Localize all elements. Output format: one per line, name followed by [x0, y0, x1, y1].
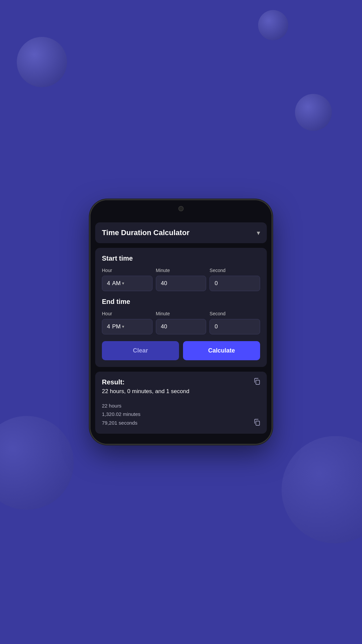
end-minute-input-box[interactable]: [156, 319, 206, 334]
start-hour-value: 4: [107, 280, 110, 287]
start-minute-input[interactable]: [161, 280, 201, 287]
start-second-label: Second: [209, 268, 260, 273]
result-label: Result:: [102, 378, 260, 386]
end-second-input-box[interactable]: [209, 319, 260, 334]
end-ampm-select-wrapper[interactable]: AM PM ▾: [112, 323, 124, 330]
copy-result-icon[interactable]: [253, 378, 261, 387]
end-hour-input-box[interactable]: 4 AM PM ▾: [102, 319, 153, 334]
start-second-field: Second: [209, 268, 260, 291]
start-ampm-chevron-icon: ▾: [122, 281, 124, 286]
calculate-button[interactable]: Calculate: [183, 341, 260, 360]
end-second-label: Second: [209, 311, 260, 316]
start-hour-label: Hour: [102, 268, 153, 273]
result-details: 22 hours 1,320.02 minutes 79,201 seconds: [102, 401, 260, 427]
end-second-field: Second: [209, 311, 260, 334]
chevron-down-icon: ▾: [257, 229, 260, 237]
phone-top-bar: [90, 200, 272, 217]
end-time-section: End time Hour 4 AM PM ▾: [102, 298, 260, 334]
phone-content: Time Duration Calculator ▾ Start time Ho…: [90, 217, 272, 444]
start-ampm-select-wrapper[interactable]: AM PM ▾: [112, 280, 124, 286]
start-minute-input-box[interactable]: [156, 276, 206, 291]
end-ampm-chevron-icon: ▾: [122, 324, 124, 329]
copy-svg-bottom: [253, 419, 261, 426]
start-hour-field: Hour 4 AM PM ▾: [102, 268, 153, 291]
start-minute-label: Minute: [156, 268, 206, 273]
clear-button[interactable]: Clear: [102, 341, 179, 360]
copy-svg-top: [253, 378, 261, 385]
bg-sphere-5: [282, 436, 362, 543]
app-title: Time Duration Calculator: [102, 228, 189, 237]
start-time-label: Start time: [102, 255, 260, 262]
end-second-input[interactable]: [215, 323, 255, 330]
start-minute-field: Minute: [156, 268, 206, 291]
bg-sphere-4: [0, 416, 74, 510]
result-hours: 22 hours: [102, 401, 260, 410]
svg-rect-0: [256, 380, 259, 384]
end-time-label: End time: [102, 298, 260, 306]
result-minutes: 1,320.02 minutes: [102, 410, 260, 419]
end-ampm-select[interactable]: AM PM: [112, 323, 121, 330]
start-ampm-select[interactable]: AM PM: [112, 280, 121, 286]
svg-rect-1: [256, 421, 259, 426]
action-buttons: Clear Calculate: [102, 341, 260, 360]
calculator-card: Start time Hour 4 AM PM ▾: [95, 248, 267, 367]
bg-sphere-1: [17, 37, 67, 87]
phone-frame: Time Duration Calculator ▾ Start time Ho…: [90, 200, 272, 444]
end-hour-field: Hour 4 AM PM ▾: [102, 311, 153, 334]
end-minute-field: Minute: [156, 311, 206, 334]
camera-dot: [178, 206, 184, 211]
end-hour-value: 4: [107, 323, 110, 330]
start-second-input-box[interactable]: [209, 276, 260, 291]
start-time-section: Start time Hour 4 AM PM ▾: [102, 255, 260, 291]
bg-sphere-3: [295, 94, 332, 131]
start-hour-input-box[interactable]: 4 AM PM ▾: [102, 276, 153, 291]
start-time-row: Hour 4 AM PM ▾: [102, 268, 260, 291]
start-second-input[interactable]: [215, 280, 255, 287]
bg-sphere-2: [258, 10, 288, 40]
copy-details-icon[interactable]: [253, 419, 261, 428]
result-main-text: 22 hours, 0 minutes, and 1 second: [102, 388, 260, 395]
result-card: Result: 22 hours, 0 minutes, and 1 secon…: [95, 372, 267, 434]
result-seconds: 79,201 seconds: [102, 419, 260, 427]
end-time-row: Hour 4 AM PM ▾: [102, 311, 260, 334]
app-header[interactable]: Time Duration Calculator ▾: [95, 222, 267, 243]
end-hour-label: Hour: [102, 311, 153, 316]
end-minute-input[interactable]: [161, 323, 201, 330]
end-minute-label: Minute: [156, 311, 206, 316]
